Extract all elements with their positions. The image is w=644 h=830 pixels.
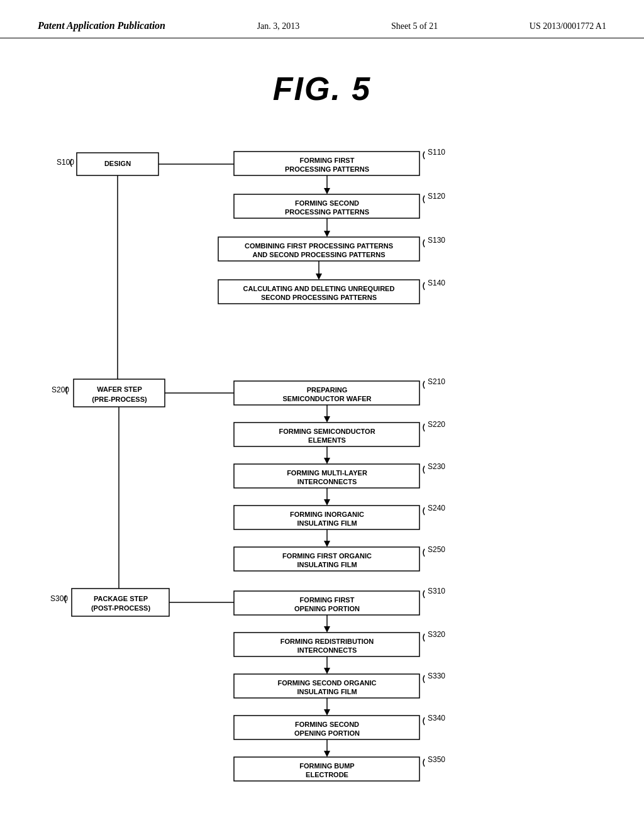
- package-box-line2: (POST-PROCESS): [91, 604, 150, 612]
- s220-label: S220: [428, 420, 445, 429]
- s240-line1: FORMING INORGANIC: [290, 511, 364, 518]
- s120-label: S120: [428, 192, 445, 201]
- s330-line2: INSULATING FILM: [297, 688, 357, 695]
- svg-marker-14: [316, 274, 322, 280]
- s340-line1: FORMING SECOND: [295, 721, 359, 728]
- publication-label: Patent Application Publication: [38, 20, 165, 31]
- s310-line2: OPENING PORTION: [294, 605, 360, 612]
- s230-line1: FORMING MULTI-LAYER: [287, 469, 367, 477]
- s120-line1: FORMING SECOND: [295, 199, 359, 207]
- s340-label: S340: [428, 714, 445, 722]
- svg-marker-33: [324, 626, 330, 633]
- s230-line2: INTERCONNECTS: [297, 478, 357, 485]
- s330-label: S330: [428, 672, 445, 680]
- s110-label: S110: [428, 148, 445, 157]
- s210-line2: SEMICONDUCTOR WAFER: [283, 395, 372, 402]
- s130-label: S130: [428, 236, 445, 245]
- s220-line2: ELEMENTS: [308, 436, 346, 444]
- s350-line2: ELECTRODE: [306, 771, 348, 778]
- s140-line2: SECOND PROCESSING PATTERNS: [261, 294, 377, 301]
- s110-line2: PROCESSING PATTERNS: [285, 165, 369, 173]
- wafer-box-line2: (PRE-PROCESS): [92, 396, 147, 403]
- s220-line1: FORMING SEMICONDUCTOR: [279, 428, 375, 435]
- s320-line2: INTERCONNECTS: [297, 646, 357, 654]
- s140-label: S140: [428, 279, 445, 287]
- s210-label: S210: [428, 377, 445, 386]
- date-label: Jan. 3, 2013: [257, 21, 300, 31]
- s240-line2: INSULATING FILM: [297, 519, 357, 527]
- s110-line1: FORMING FIRST: [300, 157, 355, 164]
- s130-line2: AND SECOND PROCESSING PATTERNS: [252, 251, 385, 258]
- s310-line1: FORMING FIRST: [300, 596, 355, 604]
- s130-line1: COMBINING FIRST PROCESSING PATTERNS: [245, 242, 393, 250]
- svg-marker-11: [324, 231, 330, 237]
- svg-marker-36: [324, 668, 330, 674]
- s340-line2: OPENING PORTION: [294, 729, 360, 737]
- svg-marker-42: [324, 751, 330, 757]
- figure-title: FIG. 5: [25, 70, 619, 108]
- s350-line1: FORMING BUMP: [299, 762, 354, 770]
- s120-line2: PROCESSING PATTERNS: [285, 208, 369, 216]
- s310-label: S310: [428, 587, 445, 595]
- svg-marker-8: [324, 188, 330, 194]
- s240-label: S240: [428, 504, 445, 512]
- wafer-box-line1: WAFER STEP: [97, 385, 142, 393]
- svg-marker-25: [324, 499, 330, 506]
- s140-line1: CALCULATING AND DELETING UNREQUIRED: [243, 285, 395, 292]
- svg-marker-22: [324, 458, 330, 464]
- svg-marker-19: [324, 416, 330, 423]
- s330-line1: FORMING SECOND ORGANIC: [277, 679, 376, 687]
- svg-marker-39: [324, 709, 330, 716]
- patent-number: US 2013/0001772 A1: [530, 21, 606, 31]
- s320-label: S320: [428, 630, 445, 639]
- s250-line1: FORMING FIRST ORGANIC: [282, 552, 372, 560]
- s210-line1: PREPARING: [307, 386, 348, 394]
- package-box-line1: PACKAGE STEP: [94, 595, 148, 602]
- s320-line1: FORMING REDISTRIBUTION: [280, 638, 374, 645]
- s350-label: S350: [428, 755, 445, 764]
- s250-line2: INSULATING FILM: [297, 561, 357, 568]
- design-box-text: DESIGN: [104, 160, 131, 167]
- flowchart-svg: S100 DESIGN S200 WAFER STEP (PRE-PROCESS…: [39, 120, 605, 830]
- svg-rect-4: [72, 589, 169, 616]
- diagram-area: FIG. 5 S100 DESIGN S200 WAFER STEP (PRE-…: [0, 38, 644, 818]
- svg-marker-28: [324, 541, 330, 547]
- sheet-label: Sheet 5 of 21: [391, 21, 438, 31]
- s250-label: S250: [428, 545, 445, 554]
- s230-label: S230: [428, 462, 445, 471]
